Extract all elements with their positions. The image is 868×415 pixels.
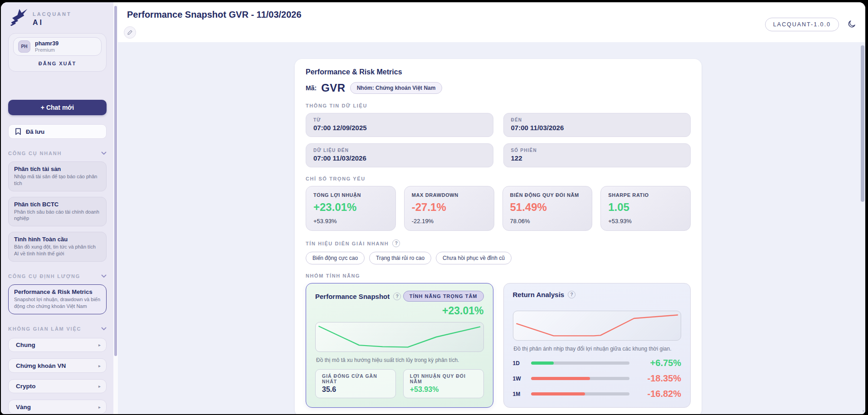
moon-icon (847, 20, 856, 29)
version-badge[interactable]: LACQUANT-1.0.0 (765, 18, 839, 31)
field-data-until: DỮ LIỆU ĐẾN 07:00 11/03/2026 (306, 143, 493, 167)
section-quant-tools[interactable]: CÔNG CỤ ĐỊNH LƯỢNG (8, 273, 107, 279)
hummingbird-logo-icon (9, 8, 28, 27)
signal-chips: Biến động cực cao Trạng thái rủi ro cao … (306, 252, 691, 264)
workspace-vang[interactable]: Vàng ▸ (8, 400, 107, 414)
metric-annualized-volatility: BIẾN ĐỘNG QUY ĐỔI NĂM 51.49% 78.06% (502, 186, 593, 231)
page-title: Performance Snapshot GVR - 11/03/2026 (127, 10, 302, 20)
content-area: Performance & Risk Metrics Mã: GVR Nhóm:… (118, 42, 865, 414)
ticker-label: Mã: (306, 84, 317, 92)
field-from: TỪ 07:00 12/09/2025 (306, 113, 493, 137)
return-bar-fill (531, 361, 554, 365)
sidebar-item-bctc-analysis[interactable]: Phân tích BCTC Phân tích sâu báo cáo tài… (8, 197, 107, 227)
metric-total-return: TỔNG LỢI NHUẬN +23.01% +53.93% (306, 186, 396, 231)
report-title: Performance & Risk Metrics (306, 68, 691, 76)
return-bar-track (531, 392, 630, 395)
avatar: PH (18, 40, 30, 53)
performance-sparkline-chart (315, 322, 484, 352)
metric-sharpe-ratio: SHARPE RATIO 1.05 +53.93% (600, 186, 691, 231)
scroll-down-arrow-icon: ▾ (862, 409, 864, 413)
logout-button[interactable]: ĐĂNG XUẤT (13, 61, 102, 66)
performance-snapshot-title: Performance Snapshot (315, 293, 390, 300)
saved-label: Đã lưu (26, 128, 44, 135)
group-badge[interactable]: Nhóm: Chứng khoán Việt Nam (350, 82, 443, 94)
data-info-grid: TỪ 07:00 12/09/2025 ĐẾN 07:00 11/03/2026… (306, 113, 691, 167)
brand-logo: LACQUANT AI (8, 8, 107, 27)
caret-right-icon: ▸ (98, 405, 101, 410)
report-card: Performance & Risk Metrics Mã: GVR Nhóm:… (295, 59, 702, 414)
performance-snapshot-card[interactable]: Performance Snapshot ? TÍNH NĂNG TRỌNG T… (306, 283, 493, 408)
stat-last-close: GIÁ ĐÓNG CỬA GẦN NHẤT 35.6 (315, 369, 396, 398)
caret-right-icon: ▸ (98, 384, 101, 389)
section-workspaces[interactable]: KHÔNG GIAN LÀM VIỆC (8, 326, 107, 332)
sidebar-item-asset-analysis[interactable]: Phân tích tài sản Nhập mã tài sản để tạo… (8, 161, 107, 191)
sidebar: LACQUANT AI PH phamr39 Premium ĐĂNG XUẤT… (1, 2, 113, 414)
focus-feature-badge: TÍNH NĂNG TRỌNG TÂM (403, 291, 484, 302)
return-row-1w: 1W -18.35% (513, 373, 682, 384)
field-to: ĐẾN 07:00 11/03/2026 (503, 113, 691, 137)
return-bar-fill (531, 392, 585, 395)
signals-label: TÍN HIỆU DIỄN GIẢI NHANH ? (306, 239, 691, 247)
help-icon[interactable]: ? (393, 293, 401, 300)
stat-annualized-return: LỢI NHUẬN QUY ĐỔI NĂM +53.93% (403, 369, 484, 398)
return-bar-track (531, 361, 630, 365)
sidebar-item-global-situation[interactable]: Tình hình Toàn cầu Bản đồ xung đột, tin … (8, 232, 107, 262)
page-header: Performance Snapshot GVR - 11/03/2026 LA… (118, 2, 865, 42)
metric-max-drawdown: MAX DRAWDOWN -27.1% -22.19% (404, 186, 494, 231)
caret-right-icon: ▸ (98, 342, 101, 347)
ticker-row: Mã: GVR Nhóm: Chứng khoán Việt Nam (306, 82, 691, 94)
sidebar-scrollbar[interactable] (113, 2, 118, 414)
main-area: Performance Snapshot GVR - 11/03/2026 LA… (118, 2, 865, 414)
return-rows: 1D +6.75% 1W -18 (513, 358, 682, 399)
signal-chip[interactable]: Biến động cực cao (306, 252, 365, 264)
field-sessions: SỐ PHIÊN 122 (503, 143, 691, 167)
sidebar-scrollbar-thumb[interactable] (114, 6, 117, 356)
pencil-icon (127, 29, 133, 35)
return-row-1d: 1D +6.75% (513, 358, 682, 368)
dark-mode-toggle[interactable] (847, 20, 856, 30)
chevron-down-icon (101, 151, 107, 155)
feature-cards: Performance Snapshot ? TÍNH NĂNG TRỌNG T… (306, 283, 691, 408)
help-icon[interactable]: ? (392, 239, 400, 247)
performance-caption: Đồ thị mô tả xu hướng hiệu suất tích lũy… (316, 357, 483, 363)
performance-sparkline (319, 327, 480, 347)
sidebar-item-performance-risk-metrics[interactable]: Performance & Risk Metrics Snapshot lợi … (8, 284, 107, 314)
return-sparkline-chart (513, 311, 682, 341)
return-analysis-title: Return Analysis (513, 291, 565, 298)
user-profile[interactable]: PH phamr39 Premium (13, 37, 102, 56)
signal-chip[interactable]: Trạng thái rủi ro cao (369, 252, 431, 264)
key-metrics-label: CHỈ SỐ TRỌNG YẾU (306, 176, 691, 181)
caret-right-icon: ▸ (98, 363, 101, 368)
app-window: LACQUANT AI PH phamr39 Premium ĐĂNG XUẤT… (1, 2, 865, 414)
brand-name: LACQUANT (33, 11, 72, 17)
new-chat-button[interactable]: + Chat mới (8, 100, 107, 115)
workspace-chung[interactable]: Chung ▸ (8, 338, 107, 352)
return-analysis-card[interactable]: Return Analysis ? Đồ thị phản ánh nhịp t… (503, 283, 691, 408)
return-sparkline (517, 315, 678, 336)
user-card: PH phamr39 Premium ĐĂNG XUẤT (8, 33, 107, 72)
workspace-chung-khoan-vn[interactable]: Chứng khoán VN ▸ (8, 358, 107, 373)
workspace-crypto[interactable]: Crypto ▸ (8, 379, 107, 394)
edit-title-button[interactable] (124, 26, 136, 39)
return-caption: Đồ thị phản ánh nhịp thay đổi lợi nhuận … (514, 346, 681, 352)
feature-group-label: NHÓM TÍNH NĂNG (306, 273, 691, 278)
main-scrollbar-thumb[interactable] (861, 45, 864, 202)
return-bar-fill (531, 377, 590, 380)
bookmark-icon (15, 128, 21, 135)
help-icon[interactable]: ? (568, 291, 575, 298)
ticker-symbol: GVR (321, 82, 346, 94)
saved-button[interactable]: Đã lưu (8, 124, 107, 139)
signal-chip[interactable]: Chưa hồi phục về đỉnh cũ (436, 252, 512, 264)
brand-sub: AI (33, 19, 72, 27)
performance-headline-value: +23.01% (315, 305, 484, 317)
user-tier: Premium (35, 47, 59, 53)
section-quick-tools[interactable]: CÔNG CỤ NHANH (8, 151, 107, 156)
chevron-down-icon (101, 327, 107, 331)
return-row-1m: 1M -16.82% (513, 389, 682, 399)
user-name: phamr39 (35, 40, 59, 47)
chevron-down-icon (101, 274, 107, 278)
data-info-label: THÔNG TIN DỮ LIỆU (306, 103, 691, 108)
return-bar-track (531, 377, 630, 380)
key-metrics-grid: TỔNG LỢI NHUẬN +23.01% +53.93% MAX DRAWD… (306, 186, 691, 231)
